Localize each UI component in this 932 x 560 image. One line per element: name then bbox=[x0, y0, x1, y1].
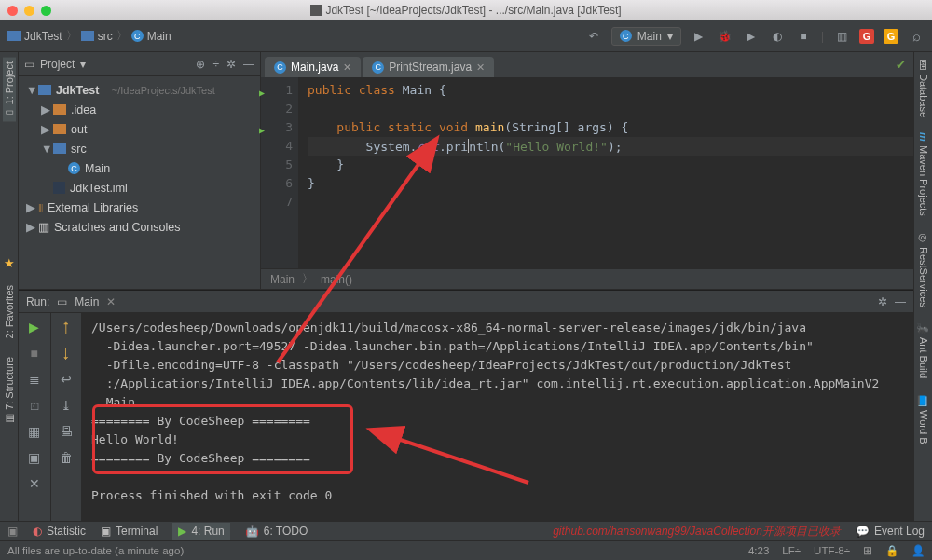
breadcrumb-file[interactable]: Main bbox=[147, 30, 171, 43]
dump-threads-icon[interactable]: ≣ bbox=[26, 371, 43, 388]
run-label: Run: bbox=[26, 295, 49, 308]
tab-structure[interactable]: ▤ 7: Structure bbox=[2, 353, 16, 429]
status-message: All files are up-to-date (a minute ago) bbox=[7, 545, 184, 556]
code-area[interactable]: 1▶ 2 3▶ 4 5 6 7 public class Main { publ… bbox=[261, 77, 913, 268]
tab-run[interactable]: ▶4: Run bbox=[172, 523, 229, 540]
editor-tabs: CMain.java✕ CPrintStream.java✕ ✔ bbox=[261, 52, 913, 77]
project-folder-icon bbox=[7, 31, 21, 41]
folder-icon bbox=[53, 124, 66, 134]
left-tool-strip: ▭ 1: Project ★ 2: Favorites ▤ 7: Structu… bbox=[0, 52, 19, 521]
tool-title-icon: ▭ bbox=[24, 58, 34, 71]
tab-maven[interactable]: m Maven Projects bbox=[917, 129, 930, 220]
print-icon[interactable]: 🖶 bbox=[58, 423, 75, 440]
close-icon[interactable]: ✕ bbox=[476, 61, 485, 74]
class-icon: C bbox=[372, 61, 384, 74]
breadcrumb-project[interactable]: JdkTest bbox=[24, 30, 62, 43]
close-icon[interactable]: ✕ bbox=[343, 61, 351, 74]
intellij-icon bbox=[310, 5, 322, 16]
tree-scratches[interactable]: ▶▥Scratches and Consoles bbox=[21, 217, 258, 237]
breadcrumb[interactable]: JdkTest 〉 src 〉 C Main bbox=[7, 28, 171, 44]
navigation-toolbar: JdkTest 〉 src 〉 C Main ↶ C Main ▾ ▶ 🐞 ▶ … bbox=[0, 20, 932, 52]
bottom-toolbar: ▣ ◐Statistic ▣Terminal ▶4: Run 🤖6: TODO … bbox=[0, 521, 932, 540]
tab-project[interactable]: ▭ 1: Project bbox=[3, 58, 16, 122]
tool-window-quick-access-icon[interactable]: ▣ bbox=[7, 525, 18, 538]
close-icon[interactable]: ✕ bbox=[106, 295, 116, 308]
collapse-icon[interactable]: ⊕ bbox=[196, 58, 205, 71]
tab-database[interactable]: 🗄 Database bbox=[917, 56, 930, 121]
tree-out[interactable]: ▶out bbox=[21, 119, 258, 139]
pin-icon[interactable]: ▣ bbox=[26, 449, 43, 466]
line-separator[interactable]: LF÷ bbox=[782, 545, 801, 556]
inspections-ok-icon[interactable]: ✔ bbox=[896, 58, 906, 72]
tree-idea[interactable]: ▶.idea bbox=[21, 100, 258, 119]
file-encoding[interactable]: UTF-8÷ bbox=[814, 545, 850, 556]
event-log[interactable]: 💬Event Log bbox=[856, 525, 925, 538]
chevron-down-icon: ▾ bbox=[667, 30, 673, 43]
stop-button[interactable]: ■ bbox=[795, 28, 812, 45]
project-tool-window: ▭ Project ▾ ⊕ ÷ ✲ — ▼JdkTest ~/IdeaProje… bbox=[19, 52, 261, 289]
run-config-class-icon: C bbox=[620, 30, 632, 42]
close-icon[interactable]: ✕ bbox=[26, 475, 43, 492]
debug-button[interactable]: 🐞 bbox=[717, 28, 733, 45]
tree-ext-lib[interactable]: ▶⫴External Libraries bbox=[21, 198, 258, 217]
run-tool-window: Run: ▭ Main ✕ ✲ — ▶ ■ ≣ ⏍ ▦ ▣ bbox=[19, 290, 913, 521]
tab-statistic[interactable]: ◐Statistic bbox=[33, 525, 86, 538]
stop-button[interactable]: ■ bbox=[26, 345, 43, 362]
tab-todo[interactable]: 🤖6: TODO bbox=[245, 525, 308, 538]
tab-printstream-java[interactable]: CPrintStream.java✕ bbox=[363, 57, 494, 77]
project-tree[interactable]: ▼JdkTest ~/IdeaProjects/JdkTest ▶.idea ▶… bbox=[19, 76, 260, 240]
tab-main-java[interactable]: CMain.java✕ bbox=[265, 57, 361, 77]
run-tab-icon: ▭ bbox=[57, 295, 67, 308]
layout-icon[interactable]: ▦ bbox=[26, 423, 43, 440]
caret-position[interactable]: 4:23 bbox=[748, 545, 769, 556]
back-icon[interactable]: ↶ bbox=[585, 28, 602, 45]
run-button[interactable]: ▶ bbox=[691, 28, 707, 45]
breadcrumb-folder[interactable]: src bbox=[98, 30, 113, 43]
run-config-selector[interactable]: C Main ▾ bbox=[611, 27, 681, 46]
class-icon: C bbox=[274, 61, 286, 74]
hide-icon[interactable]: — bbox=[895, 295, 906, 308]
exit-icon[interactable]: ⏍ bbox=[26, 397, 43, 414]
clear-all-icon[interactable]: 🗑 bbox=[58, 449, 75, 466]
tab-rest[interactable]: ◎ RestServices bbox=[916, 227, 930, 311]
down-icon[interactable]: ⭣ bbox=[58, 345, 75, 362]
tab-favorites[interactable]: 2: Favorites bbox=[3, 281, 16, 342]
console-output[interactable]: /Users/codesheep/Downloads/openjdk11/bui… bbox=[82, 313, 913, 521]
folder-icon bbox=[81, 31, 94, 41]
code-editor: CMain.java✕ CPrintStream.java✕ ✔ 1▶ 2 3▶… bbox=[261, 52, 913, 289]
bc-class[interactable]: Main bbox=[270, 273, 295, 286]
tab-word[interactable]: 📘 Word B bbox=[916, 390, 930, 447]
tree-iml[interactable]: JdkTest.iml bbox=[21, 178, 258, 198]
hide-icon[interactable]: — bbox=[243, 58, 254, 71]
favorites-star-icon[interactable]: ★ bbox=[4, 256, 15, 270]
search-icon[interactable]: ⌕ bbox=[908, 28, 925, 45]
project-structure-icon[interactable]: ▥ bbox=[833, 28, 850, 45]
bc-method[interactable]: main() bbox=[321, 273, 352, 286]
soft-wrap-icon[interactable]: ↩ bbox=[58, 371, 75, 388]
settings-icon[interactable]: ✲ bbox=[226, 58, 236, 71]
tree-root[interactable]: ▼JdkTest ~/IdeaProjects/JdkTest bbox=[21, 80, 258, 100]
editor-gutter[interactable]: 1▶ 2 3▶ 4 5 6 7 bbox=[261, 77, 298, 268]
lock-icon[interactable]: 🔒 bbox=[885, 544, 898, 557]
run-tab-name[interactable]: Main bbox=[75, 295, 99, 308]
google-translate-g1-icon[interactable]: G bbox=[859, 29, 874, 44]
tab-terminal[interactable]: ▣Terminal bbox=[101, 525, 158, 538]
coverage-button[interactable]: ▶ bbox=[743, 28, 760, 45]
scratches-icon: ▥ bbox=[38, 220, 49, 234]
tab-ant[interactable]: 🐜 Ant Build bbox=[916, 318, 930, 382]
editor-breadcrumb[interactable]: Main〉main() bbox=[261, 268, 913, 289]
tree-src[interactable]: ▼src bbox=[21, 139, 258, 158]
tree-main-class[interactable]: CMain bbox=[21, 158, 258, 178]
up-icon[interactable]: ⭡ bbox=[58, 319, 75, 335]
settings-icon[interactable]: ✲ bbox=[878, 295, 887, 308]
run-config-name: Main bbox=[637, 30, 662, 43]
rerun-button[interactable]: ▶ bbox=[26, 319, 43, 335]
google-translate-g2-icon[interactable]: G bbox=[884, 29, 898, 44]
chevron-down-icon[interactable]: ▾ bbox=[80, 58, 86, 71]
window-title: JdkTest [~/IdeaProjects/JdkTest] - .../s… bbox=[325, 4, 621, 17]
scroll-to-end-icon[interactable]: ⤓ bbox=[58, 397, 75, 414]
profile-button[interactable]: ◐ bbox=[769, 28, 786, 45]
hector-icon[interactable]: 👤 bbox=[911, 544, 925, 557]
locate-icon[interactable]: ÷ bbox=[212, 58, 219, 71]
context-icon[interactable]: ⊞ bbox=[863, 544, 872, 557]
